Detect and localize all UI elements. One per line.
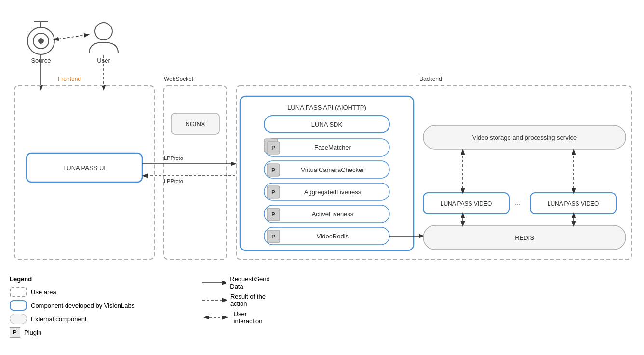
legend-use-area-label: Use area [31,289,56,296]
luna-pass-ui-label: LUNA PASS UI [63,164,106,171]
backend-label: Backend [419,76,442,82]
legend-result-label: Result of the action [230,293,275,307]
redis-label: REDIS [515,234,534,241]
legend-plugin: P Plugin [10,327,134,338]
dots-separator: ··· [515,200,521,208]
legend-visionlabs: Component developed by VisionLabs [10,300,134,311]
solid-arrow-icon [202,278,226,288]
arrow-legend: Request/Send Data Result of the action [202,276,275,328]
legend-user-interaction-label: User interaction [234,310,275,325]
svg-point-5 [95,23,112,40]
video-redis-plugin-p: P [271,234,275,239]
legend-gray-rect-icon [10,314,27,324]
legend-request-label: Request/Send Data [230,276,275,290]
active-liveness-label: ActiveLiveness [312,210,354,218]
virtual-camera-plugin-p: P [271,167,275,173]
legend-user-interaction: User interaction [202,310,275,325]
source-user-arrow [54,35,88,39]
face-matcher-label: FaceMatcher [314,144,351,151]
frontend-label: Frontend [58,76,81,82]
active-liveness-plugin-p: P [271,211,275,217]
legend-visionlabs-label: Component developed by VisionLabs [31,302,134,309]
luna-pass-video1-label: LUNA PASS VIDEO [441,200,492,207]
legend-dashed-rect-icon [10,287,27,297]
luna-pass-api-label: LUNA PASS API (AIOHTTP) [287,104,366,111]
lpproto-left-label: LPProto [164,178,183,184]
legend: Legend Use area Component developed by V… [10,276,134,341]
aggregated-liveness-label: AggregatedLiveness [304,188,362,196]
websocket-label: WebSocket [164,76,194,82]
legend-external-label: External component [31,316,87,323]
lpproto-right-label: LPProto [164,155,183,161]
legend-plugin-label: Plugin [24,329,41,336]
diagram-container: Source User Frontend WebSocket Backend N… [0,0,644,355]
dashed-arrow-bidirectional-icon [202,313,230,322]
aggregated-liveness-plugin-p: P [271,189,275,195]
legend-result: Result of the action [202,293,275,307]
luna-pass-video2-label: LUNA PASS VIDEO [548,200,599,207]
legend-request: Request/Send Data [202,276,275,290]
legend-use-area: Use area [10,287,134,297]
face-matcher-plugin-p: P [271,145,275,151]
legend-plugin-box-icon: P [10,327,20,338]
legend-external: External component [10,314,134,324]
nginx-label: NGINX [185,120,205,128]
video-redis-label: VideoRedis [317,233,349,240]
dashed-arrow-icon [202,295,227,305]
websocket-region [164,86,227,259]
frontend-region [14,86,154,259]
user-icon: User [89,23,118,64]
virtual-camera-label: VirtualCameraChecker [301,166,364,173]
svg-point-2 [38,38,44,44]
architecture-diagram: Source User Frontend WebSocket Backend N… [0,0,644,299]
legend-title: Legend [10,276,134,283]
legend-blue-rect-icon [10,300,27,311]
luna-sdk-label: LUNA SDK [311,121,343,128]
video-storage-label: Video storage and processing service [472,134,577,141]
